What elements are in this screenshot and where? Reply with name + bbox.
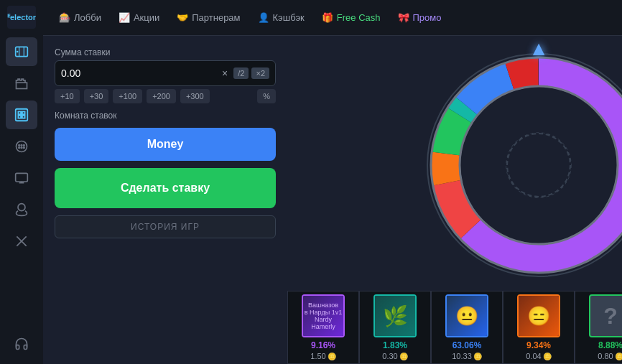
main-area: 🎰 Лобби 📈 Акции 🤝 Партнерам 👤 Кэшбэк 🎁 F… [43, 0, 622, 364]
bet-quick-300[interactable]: +300 [180, 89, 210, 103]
svg-rect-17 [16, 173, 28, 182]
bet-section-label: Сумма ставки [55, 47, 276, 57]
bet-quick-row: +10 +30 +100 +200 +300 % [55, 89, 276, 103]
wheel-arrow: ▲ [529, 37, 549, 60]
svg-point-14 [19, 147, 20, 149]
sidebar: ᴱelector [0, 0, 43, 364]
player-card[interactable]: 😐 63.06% 10.33 🪙 [431, 291, 503, 364]
bet-quick-30[interactable]: +30 [84, 89, 109, 103]
coin-icon: 🪙 [399, 353, 408, 360]
nav-lobby[interactable]: 🎰 Лобби [52, 8, 108, 27]
sidebar-item-slots[interactable] [6, 37, 37, 66]
nav-stocks-label: Акции [134, 12, 159, 23]
svg-point-15 [21, 147, 22, 149]
player-avatar: 🌿 [373, 294, 417, 337]
coin-icon: 🪙 [328, 353, 336, 360]
wheel-container: ▲ [417, 43, 622, 287]
player-card[interactable]: 🌿 1.83% 0.30 🪙 [359, 291, 431, 364]
bet-percent-button[interactable]: % [257, 89, 276, 103]
player-percent: 9.34% [526, 340, 551, 350]
lobby-icon: 🎰 [59, 12, 70, 23]
room-label: Комната ставок [55, 111, 276, 121]
svg-point-13 [24, 145, 25, 146]
nav-freecash[interactable]: 🎁 Free Cash [315, 8, 388, 27]
sidebar-item-monitor[interactable] [6, 164, 37, 192]
nav-freecash-label: Free Cash [337, 12, 381, 23]
bet-section: Сумма ставки × /2 ×2 +10 +30 +100 +200 +… [55, 47, 276, 103]
bet-quick-10[interactable]: +10 [55, 89, 80, 103]
player-amount: 0.04 🪙 [526, 352, 551, 360]
sidebar-item-support[interactable] [6, 330, 37, 358]
svg-rect-6 [18, 111, 21, 114]
coin-icon: 🪙 [615, 353, 622, 360]
bet-double-button[interactable]: ×2 [251, 67, 269, 79]
players-row: Вашназовв Нарды 1v1Nardy Hamerly 9.16% 1… [287, 291, 622, 364]
promo-icon: 🎀 [398, 12, 409, 23]
sidebar-item-dice[interactable] [6, 132, 37, 161]
svg-point-11 [19, 145, 20, 146]
nav-cashback[interactable]: 👤 Кэшбэк [251, 8, 312, 27]
coin-icon: 🪙 [543, 353, 552, 360]
player-percent: 1.83% [383, 340, 407, 350]
sidebar-item-tools[interactable] [6, 227, 37, 256]
make-bet-button[interactable]: Сделать ставку [55, 168, 276, 208]
player-amount: 0.80 🪙 [598, 352, 622, 360]
left-panel: Сумма ставки × /2 ×2 +10 +30 +100 +200 +… [43, 36, 287, 364]
room-section: Комната ставок [55, 111, 276, 121]
nav-cashback-label: Кэшбэк [273, 12, 305, 23]
svg-rect-9 [22, 116, 25, 118]
sidebar-item-castle[interactable] [6, 69, 37, 98]
player-avatar: Вашназовв Нарды 1v1Nardy Hamerly [302, 294, 345, 337]
player-percent: 8.88% [598, 340, 622, 350]
stocks-icon: 📈 [119, 12, 130, 23]
bet-quick-200[interactable]: +200 [147, 89, 176, 103]
bet-input-row: × /2 ×2 [55, 60, 276, 86]
header: 🎰 Лобби 📈 Акции 🤝 Партнерам 👤 Кэшбэк 🎁 F… [43, 0, 622, 36]
sidebar-item-wheel[interactable] [6, 101, 37, 129]
svg-rect-7 [22, 111, 25, 114]
player-amount: 1.50 🪙 [310, 352, 335, 360]
partners-icon: 🤝 [177, 12, 188, 23]
svg-point-16 [24, 147, 25, 149]
logo[interactable]: ᴱelector [7, 6, 36, 29]
svg-rect-4 [17, 83, 27, 88]
room-button[interactable]: Money [55, 128, 276, 161]
player-amount: 10.33 🪙 [452, 352, 482, 360]
player-card[interactable]: 😑 9.34% 0.04 🪙 [503, 291, 575, 364]
bet-input[interactable] [61, 67, 219, 79]
player-card[interactable]: ? 8.88% 0.80 🪙 [575, 291, 622, 364]
svg-rect-8 [18, 116, 21, 118]
wheel-inner-circle [506, 133, 571, 197]
right-panel: ▲ [287, 36, 622, 364]
freecash-icon: 🎁 [322, 12, 333, 23]
player-percent: 9.16% [311, 340, 335, 350]
player-avatar: 😑 [517, 294, 560, 337]
svg-point-18 [18, 204, 25, 211]
player-avatar: 😐 [445, 294, 488, 337]
svg-point-3 [17, 51, 19, 53]
nav-promo-label: Промо [413, 12, 442, 23]
player-avatar: ? [589, 294, 622, 337]
bet-clear-button[interactable]: × [219, 66, 231, 80]
nav-lobby-label: Лобби [74, 12, 101, 23]
cashback-icon: 👤 [258, 12, 269, 23]
nav-partners[interactable]: 🤝 Партнерам [170, 8, 247, 27]
content-area: Сумма ставки × /2 ×2 +10 +30 +100 +200 +… [43, 36, 622, 364]
player-amount: 0.30 🪙 [382, 352, 407, 360]
svg-point-12 [21, 145, 22, 146]
history-button[interactable]: ИСТОРИЯ ИГР [55, 215, 276, 238]
player-card[interactable]: Вашназовв Нарды 1v1Nardy Hamerly 9.16% 1… [287, 291, 359, 364]
sidebar-item-coins[interactable] [6, 195, 37, 224]
nav-promo[interactable]: 🎀 Промо [391, 8, 449, 27]
nav-stocks[interactable]: 📈 Акции [111, 8, 167, 27]
player-percent: 63.06% [452, 340, 482, 350]
bet-quick-100[interactable]: +100 [113, 89, 142, 103]
coin-icon: 🪙 [473, 353, 482, 360]
bet-half-button[interactable]: /2 [233, 67, 249, 79]
nav-partners-label: Партнерам [192, 12, 240, 23]
